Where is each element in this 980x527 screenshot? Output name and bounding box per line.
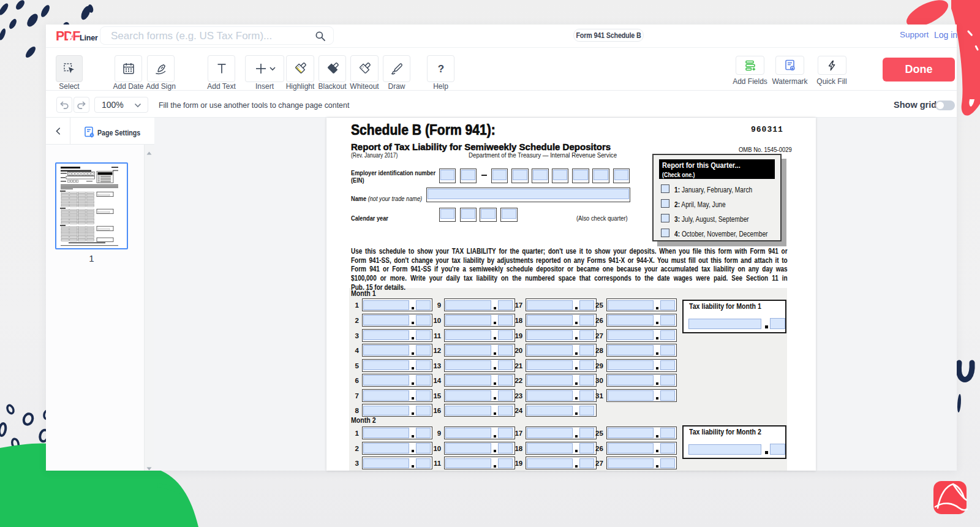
svg-text:?: ?: [437, 63, 443, 75]
